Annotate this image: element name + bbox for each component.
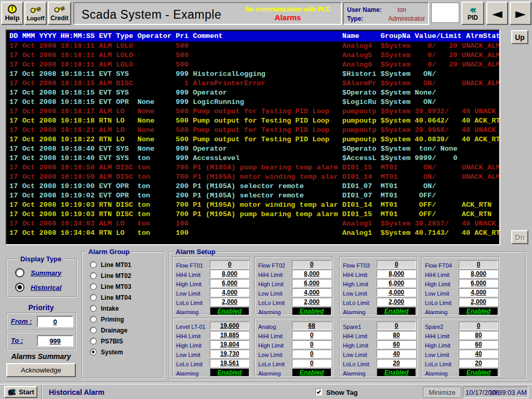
pid-label: PID — [468, 14, 478, 21]
pid-button[interactable]: « PID — [461, 2, 484, 25]
hihi-limit-input[interactable]: 19,885 — [210, 331, 249, 339]
radio-system[interactable]: System — [90, 347, 131, 357]
alarm-row[interactable]: 17 Oct 2008 10:18:15 EVT OPR None 999 Lo… — [9, 98, 499, 107]
credit-button[interactable]: Credit — [48, 2, 71, 25]
priority-to-input[interactable]: 999 — [37, 335, 73, 347]
hihi-limit-input[interactable]: 8,000 — [292, 270, 331, 278]
priority-from-input[interactable]: 0 — [37, 316, 73, 327]
lolo-limit-input[interactable]: 20 — [377, 359, 416, 367]
minimize-button[interactable]: Minimize — [423, 387, 461, 398]
alarm-row[interactable]: 17 Oct 2008 10:18:11 EVT SYS 999 Histori… — [9, 70, 499, 79]
hihi-limit-input[interactable]: 8,000 — [459, 270, 498, 278]
alarm-row[interactable]: 17 Oct 2008 10:34:03 ALM LO ton 100 Anal… — [9, 219, 499, 229]
next-page-button[interactable]: ► — [510, 2, 531, 25]
alarm-row[interactable]: 17 Oct 2008 10:18:15 ALM DISC 1 AlarmPri… — [9, 79, 499, 88]
show-tag-checkbox[interactable] — [315, 389, 322, 395]
alarming-toggle[interactable]: Enabled — [459, 307, 498, 315]
logoff-button[interactable]: Logoff — [24, 2, 47, 25]
radio-summary[interactable]: Summary — [15, 265, 61, 280]
setup-label: HiHi Limit — [258, 333, 283, 339]
radio-circle[interactable] — [15, 283, 24, 292]
alarm-row[interactable]: 17 Oct 2008 10:18:21 ALM LO None 500 Pum… — [9, 126, 499, 135]
radio-circle[interactable] — [90, 305, 97, 312]
hihi-limit-input[interactable]: 8,000 — [210, 270, 249, 278]
radio-drainage[interactable]: Drainage — [90, 325, 131, 336]
low-limit-input[interactable]: 4,000 — [377, 288, 416, 297]
low-limit-input[interactable]: 4,000 — [210, 288, 249, 297]
radio-circle[interactable] — [15, 268, 24, 277]
hihi-limit-input[interactable]: 0 — [292, 331, 331, 339]
alarm-row[interactable]: 17 Oct 2008 10:34:04 RTN LO ton 100 Anal… — [9, 229, 499, 238]
start-button[interactable]: Start — [4, 386, 37, 398]
alarm-row[interactable]: 17 Oct 2008 10:18:15 EVT SYS 999 Operato… — [9, 88, 499, 98]
alarm-row[interactable]: 17 Oct 2008 10:18:22 RTN LO None 500 Pum… — [9, 135, 499, 144]
lolo-limit-input[interactable]: 19,561 — [210, 359, 249, 367]
help-button[interactable]: ! Help — [1, 2, 23, 25]
radio-intake[interactable]: Intake — [90, 303, 131, 314]
lolo-limit-input[interactable]: 2,000 — [292, 298, 331, 306]
lolo-limit-input[interactable]: 2,000 — [459, 298, 498, 306]
radio-historical[interactable]: Historical — [15, 280, 61, 295]
radio-circle[interactable] — [90, 338, 97, 344]
low-limit-input[interactable]: 4,000 — [459, 288, 498, 297]
alarming-toggle[interactable]: Enabled — [292, 307, 331, 315]
low-limit-input[interactable]: 40 — [377, 350, 416, 358]
high-limit-input[interactable]: 19,804 — [210, 340, 249, 349]
scroll-up-button[interactable]: Up — [511, 30, 528, 44]
alarm-row[interactable]: 17 Oct 2008 10:18:40 EVT SYS ton 999 Acc… — [9, 154, 499, 163]
radio-circle[interactable] — [90, 316, 97, 323]
radio-circle[interactable] — [90, 294, 97, 301]
high-limit-input[interactable]: 6,000 — [459, 279, 498, 287]
lolo-limit-input[interactable]: 20 — [459, 359, 498, 367]
alarm-row[interactable]: 17 Oct 2008 10:18:58 ALM DISC ton 700 P1… — [9, 163, 499, 172]
radio-line-mt02[interactable]: Line MT02 — [90, 270, 131, 281]
alarm-row[interactable]: 17 Oct 2008 10:19:03 RTN DISC ton 700 P1… — [9, 210, 499, 219]
alarm-row[interactable]: 17 Oct 2008 10:18:11 ALM LOLO 500 Analog… — [9, 51, 499, 60]
alarm-row[interactable]: 17 Oct 2008 10:18:17 ALM LO None 500 Pum… — [9, 107, 499, 116]
acknowledge-button[interactable]: Acknowledge — [6, 363, 76, 377]
alarming-toggle[interactable]: Enabled — [377, 307, 416, 315]
radio-circle[interactable] — [90, 327, 97, 334]
alarm-row[interactable]: 17 Oct 2008 10:19:02 EVT OPR ton 200 P1 … — [9, 191, 499, 201]
radio-circle[interactable] — [90, 272, 97, 279]
high-limit-input[interactable]: 6,000 — [292, 279, 331, 287]
alarming-toggle[interactable]: Enabled — [292, 368, 331, 377]
alarming-toggle[interactable]: Enabled — [210, 368, 249, 377]
alarming-toggle[interactable]: Enabled — [377, 368, 416, 377]
scroll-down-button[interactable]: Dn — [511, 230, 528, 244]
hihi-limit-input[interactable]: 80 — [459, 331, 498, 339]
radio-line-mt04[interactable]: Line MT04 — [90, 292, 131, 303]
alarm-row[interactable]: 17 Oct 2008 10:18:18 RTN LO None 500 Pum… — [9, 116, 499, 126]
alarm-row[interactable]: 17 Oct 2008 10:19:03 RTN DISC ton 700 P1… — [9, 201, 499, 210]
alarm-row[interactable]: 17 Oct 2008 10:18:11 ALM LOLO 500 Analog… — [9, 42, 499, 51]
high-limit-input[interactable]: 6,000 — [210, 279, 249, 287]
hihi-limit-input[interactable]: 8,000 — [377, 270, 416, 278]
hihi-limit-input[interactable]: 80 — [377, 331, 416, 339]
low-limit-input[interactable]: 4,000 — [292, 288, 331, 297]
setup-label: Alarming — [258, 370, 281, 377]
lolo-limit-input[interactable]: 2,000 — [210, 298, 249, 306]
lolo-limit-input[interactable]: 0 — [292, 359, 331, 367]
alarm-row[interactable]: 17 Oct 2008 10:19:00 EVT OPR ton 200 P1 … — [9, 182, 499, 191]
high-limit-input[interactable]: 0 — [292, 340, 331, 349]
radio-ps7bis[interactable]: PS7BIS — [90, 336, 131, 347]
lolo-limit-input[interactable]: 2,000 — [377, 298, 416, 306]
alarm-row[interactable]: 17 Oct 2008 10:18:40 EVT SYS None 999 Op… — [9, 144, 499, 154]
high-limit-input[interactable]: 60 — [459, 340, 498, 349]
alarm-row[interactable]: 17 Oct 2008 10:18:59 ALM DISC ton 700 P1… — [9, 172, 499, 182]
alarm-row[interactable]: 17 Oct 2008 10:18:11 ALM LOLO 500 Analog… — [9, 60, 499, 70]
low-limit-input[interactable]: 0 — [292, 350, 331, 358]
radio-circle[interactable] — [90, 349, 97, 355]
radio-line-mt01[interactable]: Line MT01 — [90, 259, 131, 270]
alarming-toggle[interactable]: Enabled — [210, 307, 249, 315]
low-limit-input[interactable]: 40 — [459, 350, 498, 358]
low-limit-input[interactable]: 19,730 — [210, 350, 249, 358]
high-limit-input[interactable]: 6,000 — [377, 279, 416, 287]
radio-circle[interactable] — [90, 261, 97, 268]
radio-line-mt03[interactable]: Line MT03 — [90, 281, 131, 292]
radio-circle[interactable] — [90, 283, 97, 290]
radio-priming[interactable]: Priming — [90, 314, 131, 325]
alarming-toggle[interactable]: Enabled — [459, 368, 498, 377]
high-limit-input[interactable]: 60 — [377, 340, 416, 349]
prev-page-button[interactable]: ◄ — [486, 2, 508, 25]
